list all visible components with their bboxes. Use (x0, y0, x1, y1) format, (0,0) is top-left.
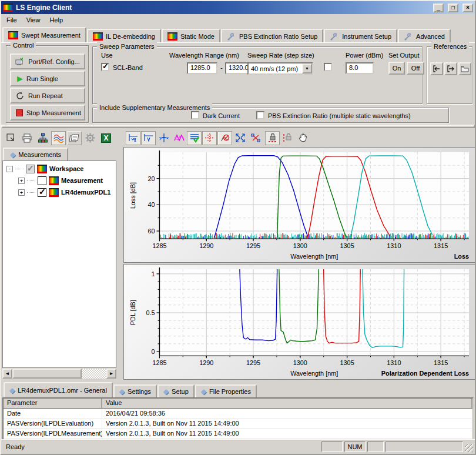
tree-item-workspace[interactable]: - Workspace (3, 163, 116, 175)
status-panel-scrl (367, 441, 384, 452)
gear-icon[interactable] (83, 131, 98, 145)
excel-icon[interactable]: X (99, 131, 113, 145)
reference-import-button[interactable] (430, 62, 443, 75)
pbs-extinction-label: PBS Extinction Ratio (multiple static wa… (268, 112, 411, 119)
axis-x-scale-icon[interactable] (126, 131, 140, 145)
title-bar[interactable]: LS Engine Client _ ❒ × (1, 1, 475, 14)
tab-label: File Properties (209, 388, 251, 395)
svg-text:1: 1 (151, 270, 155, 277)
lock-x-icon[interactable] (265, 131, 280, 145)
curves-icon[interactable] (51, 131, 66, 145)
reference-folder-button[interactable] (458, 62, 471, 75)
scl-band-checkbox[interactable] (101, 63, 109, 71)
pdl-chart-panel: 128512901295130013051310131500.51Wavelen… (123, 264, 476, 380)
zoom-off-icon[interactable] (248, 131, 263, 145)
table-row[interactable]: PASVersion(ILPDLEvaluation) Version 2.0.… (4, 419, 472, 429)
output-off-button[interactable]: Off (407, 62, 424, 75)
loss-chart[interactable]: 1285129012951300130513101315204060Wavele… (124, 148, 475, 262)
close-button[interactable]: × (462, 4, 473, 12)
reference-export-button[interactable] (444, 62, 457, 75)
horizontal-splitter[interactable] (1, 125, 475, 128)
tree-connector (27, 180, 35, 181)
scroll-left-icon[interactable]: ◄ (2, 369, 12, 379)
tab-general[interactable]: ◆ LR4demuxPDL1.omr - General (4, 382, 113, 397)
tab-label: Instrument Setup (342, 33, 391, 40)
table-row[interactable]: Date 2016/04/21 09:58:36 (4, 409, 472, 419)
export-view-icon[interactable] (4, 131, 18, 145)
wrench-icon (404, 32, 413, 41)
scroll-right-icon[interactable]: ► (106, 369, 116, 379)
maximize-button[interactable]: ❒ (448, 4, 458, 12)
chevron-down-icon[interactable]: ▼ (302, 63, 312, 73)
set-output-label: Set Output (388, 52, 420, 59)
menu-help[interactable]: Help (45, 15, 68, 25)
tab-setup[interactable]: ◆ Setup (157, 384, 195, 397)
trace-style-icon[interactable] (172, 131, 186, 145)
tab-static-mode[interactable]: Static Mode (162, 29, 220, 42)
minimize-button[interactable]: _ (433, 4, 444, 12)
tab-il-de-embedding[interactable]: IL De-embedding (87, 29, 161, 42)
collapse-icon[interactable]: - (6, 166, 13, 172)
lock-y-icon[interactable] (280, 131, 295, 145)
expand-icon[interactable]: + (18, 189, 25, 196)
references-group: References (427, 46, 472, 104)
svg-text:60: 60 (148, 228, 155, 235)
measurement-checkbox[interactable] (38, 176, 46, 185)
pan-hand-icon[interactable] (296, 131, 310, 145)
table-row[interactable]: PASVersion(ILPDLMeasurement) Version 2.0… (4, 429, 472, 439)
parameter-cell: PASVersion(ILPDLEvaluation) (4, 419, 102, 429)
scl-band-label: SCL-Band (113, 64, 143, 71)
stop-measurement-button[interactable]: Stop Measurement (10, 105, 85, 121)
scrollbar-thumb[interactable] (12, 369, 82, 379)
power-input[interactable]: 8.0 (346, 62, 374, 74)
tree-item-measurement[interactable]: + Measurement (3, 175, 116, 186)
wavelength-from-input[interactable]: 1285.0 (187, 62, 217, 74)
tree-horizontal-scrollbar[interactable]: ◄ ► (2, 369, 116, 379)
dark-current-checkbox[interactable] (191, 111, 199, 119)
control-group: Control Port/Ref. Config... ▶ Run Single… (6, 45, 89, 123)
workspace-icon (37, 165, 47, 173)
tab-advanced[interactable]: Advanced (398, 29, 451, 42)
resize-grip-icon[interactable] (465, 444, 473, 453)
tab-settings[interactable]: ◆ Settings (113, 384, 157, 397)
tab-pbs-extinction-ratio-setup[interactable]: PBS Extinction Ratio Setup (221, 29, 323, 42)
run-single-button[interactable]: ▶ Run Single (10, 71, 85, 86)
workspace-checkbox[interactable] (26, 165, 35, 173)
sweep-rate-select[interactable]: 40 nm/s (12 pm) ▼ (247, 62, 313, 75)
lr4demuxpdl1-checkbox[interactable] (38, 188, 46, 197)
svg-text:Wavelength [nm]: Wavelength [nm] (290, 370, 338, 377)
print-icon[interactable] (19, 131, 34, 145)
tree-item-lr4demuxpdl1[interactable]: + LR4demuxPDL1 (3, 186, 116, 198)
zoom-fit-icon[interactable] (233, 131, 247, 145)
report-icon[interactable] (67, 131, 82, 145)
tab-file-properties[interactable]: ◆ File Properties (195, 384, 257, 397)
value-cell: Version 2.0.1.3, Built on Nov 11 2015 14… (102, 419, 472, 429)
axes-center-icon[interactable] (156, 131, 171, 145)
svg-text:1300: 1300 (293, 242, 307, 249)
hierarchy-icon[interactable] (35, 131, 50, 145)
scrollbar-track[interactable] (82, 369, 106, 379)
tab-label: PBS Extinction Ratio Setup (239, 33, 317, 40)
column-header-parameter[interactable]: Parameter (4, 399, 102, 409)
measurements-panel: X ◆ Measurements - Workspace + Measureme… (1, 129, 122, 381)
output-on-button[interactable]: On (388, 62, 405, 75)
expand-icon[interactable]: + (18, 178, 25, 184)
menu-file[interactable]: File (2, 15, 22, 25)
pbs-extinction-checkbox[interactable] (256, 111, 264, 119)
run-repeat-button[interactable]: Run Repeat (10, 88, 85, 103)
axis-y-scale-icon[interactable] (141, 131, 156, 145)
menu-view[interactable]: View (22, 15, 45, 25)
marker-grid-icon[interactable] (202, 131, 217, 145)
tab-instrument-setup[interactable]: Instrument Setup (324, 29, 397, 42)
status-panel-extra (386, 441, 463, 452)
marker-off-icon[interactable] (217, 131, 232, 145)
sweep-extra-checkbox[interactable] (324, 63, 332, 71)
measurements-tab[interactable]: ◆ Measurements (3, 148, 68, 160)
port-ref-config-button[interactable]: Port/Ref. Config... (10, 53, 85, 69)
pdl-chart[interactable]: 128512901295130013051310131500.51Wavelen… (124, 265, 475, 379)
svg-text:1305: 1305 (340, 242, 354, 249)
grid-apply-icon[interactable] (187, 131, 202, 145)
column-header-value[interactable]: Value (102, 399, 472, 409)
tab-swept-measurement[interactable]: Swept Measurement (2, 27, 86, 42)
tree-connector (27, 192, 35, 193)
